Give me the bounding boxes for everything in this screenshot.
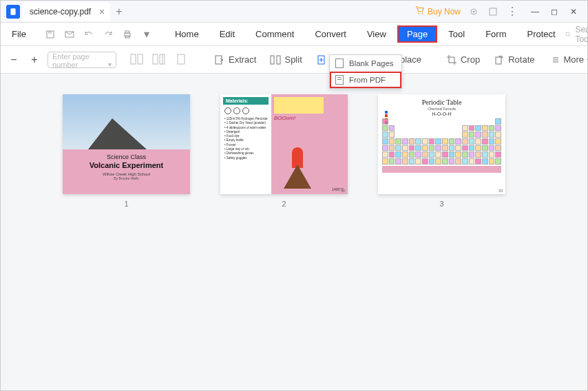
redo-icon[interactable]	[102, 28, 114, 41]
insert-icon	[316, 54, 327, 65]
app-icon	[6, 5, 20, 19]
extract-button[interactable]: Extract	[214, 54, 256, 65]
svg-rect-22	[271, 56, 274, 64]
svg-rect-16	[138, 54, 143, 64]
layout-view-2[interactable]	[152, 54, 167, 66]
minimize-button[interactable]: —	[525, 2, 545, 21]
menu-page[interactable]: Page	[397, 25, 437, 43]
split-button[interactable]: Split	[270, 54, 302, 65]
page-toolbar: − + Enter page number Extract Split Inse…	[1, 46, 587, 74]
svg-rect-7	[48, 31, 52, 34]
share-icon[interactable]	[487, 6, 499, 18]
svg-point-4	[473, 10, 475, 12]
svg-rect-23	[277, 56, 280, 64]
materials-list: • 125ml 5% Hydrogen Peroxide • 1 Sachet …	[223, 117, 269, 160]
materials-header: Materials:	[223, 97, 269, 105]
crop-icon	[446, 54, 457, 65]
split-icon	[270, 54, 281, 65]
svg-point-2	[422, 13, 423, 14]
menubar: File ▾ Home Edit Comment Convert View Pa…	[1, 23, 587, 46]
insert-blank-pages[interactable]: Blank Pages	[330, 55, 401, 72]
periodic-table	[382, 118, 501, 165]
tab-title: science-copy.pdf	[30, 7, 91, 17]
search-tools[interactable]: Search Tools	[565, 25, 588, 44]
document-tab[interactable]: science-copy.pdf ×	[23, 2, 110, 21]
periodic-title: Periodic Table	[382, 98, 501, 106]
menu-form[interactable]: Form	[476, 25, 516, 43]
slide-page-number: 03	[498, 189, 503, 193]
svg-point-1	[418, 13, 419, 14]
svg-rect-15	[131, 54, 136, 64]
more-icon	[551, 55, 560, 65]
svg-rect-29	[496, 57, 501, 64]
print-icon[interactable]	[121, 28, 134, 41]
menu-home[interactable]: Home	[165, 25, 209, 43]
layout-view-1[interactable]	[130, 54, 145, 66]
page-thumbnail-2[interactable]: Materials: • 125ml 5% Hydrogen Peroxide …	[220, 94, 348, 208]
kebab-menu-icon[interactable]: ⋮	[506, 6, 518, 18]
svg-rect-20	[178, 54, 185, 64]
page-number-label: 1	[124, 200, 128, 208]
slide-title: Science Class	[65, 154, 187, 160]
menu-convert[interactable]: Convert	[305, 25, 356, 43]
menu-edit[interactable]: Edit	[210, 25, 244, 43]
periodic-subtitle: Chemical Formula	[382, 107, 501, 111]
close-window-button[interactable]: ✕	[564, 2, 583, 21]
extract-icon	[214, 54, 225, 65]
svg-rect-5	[490, 8, 496, 15]
layout-view-3[interactable]	[174, 54, 189, 66]
slide-page-number: 02	[341, 189, 345, 193]
chevron-down-icon[interactable]: ▾	[140, 28, 153, 41]
rotate-icon	[494, 54, 505, 65]
cart-icon	[415, 6, 425, 17]
sticky-note	[274, 97, 324, 114]
page-thumbnail-1[interactable]: Science Class Volcanic Experiment Willow…	[63, 94, 190, 208]
pdf-page-icon	[335, 75, 344, 85]
insert-dropdown: Blank Pages From PDF	[329, 54, 402, 89]
more-button[interactable]: More ▾ ›	[551, 54, 588, 65]
chemical-formula: H-O-O-H	[382, 112, 501, 116]
svg-rect-0	[10, 8, 15, 15]
menu-tool[interactable]: Tool	[439, 25, 474, 43]
svg-rect-17	[153, 54, 158, 64]
menu-view[interactable]: View	[357, 25, 396, 43]
crop-button[interactable]: Crop	[446, 54, 480, 65]
menu-protect[interactable]: Protect	[517, 25, 565, 43]
close-tab-icon[interactable]: ×	[99, 6, 105, 17]
slide-heading: Volcanic Experiment	[65, 161, 187, 169]
titlebar: science-copy.pdf × + Buy Now ⋮ — ◻ ✕	[1, 1, 587, 23]
insert-from-pdf[interactable]: From PDF	[330, 72, 401, 88]
page-number-label: 2	[282, 200, 286, 208]
buy-now-link[interactable]: Buy Now	[415, 6, 461, 17]
slide-author: By Brooke Wells	[65, 176, 187, 180]
maximize-button[interactable]: ◻	[545, 2, 564, 21]
svg-rect-10	[125, 31, 129, 33]
file-menu[interactable]: File	[5, 29, 33, 39]
page-thumbnail-3[interactable]: Periodic Table Chemical Formula H-O-O-H …	[378, 94, 505, 208]
svg-line-13	[569, 35, 570, 36]
new-tab-button[interactable]: +	[116, 6, 122, 18]
search-icon	[565, 30, 571, 39]
svg-point-12	[566, 32, 569, 35]
blank-page-icon	[335, 59, 344, 68]
page-number-label: 3	[439, 200, 443, 208]
rotate-button[interactable]: Rotate	[494, 54, 534, 65]
zoom-out-button[interactable]: −	[6, 52, 21, 67]
settings-icon[interactable]	[468, 6, 480, 18]
undo-icon[interactable]	[83, 28, 95, 41]
boom-label: BOOom!	[274, 115, 345, 121]
volcano-illustration	[277, 147, 325, 189]
svg-rect-21	[216, 56, 222, 64]
zoom-in-button[interactable]: +	[27, 52, 42, 67]
page-number-input[interactable]: Enter page number	[48, 52, 116, 68]
mail-icon[interactable]	[63, 28, 76, 41]
save-icon[interactable]	[44, 28, 56, 41]
menu-comment[interactable]: Comment	[246, 25, 304, 43]
page-thumbnails-area: Science Class Volcanic Experiment Willow…	[1, 74, 587, 390]
